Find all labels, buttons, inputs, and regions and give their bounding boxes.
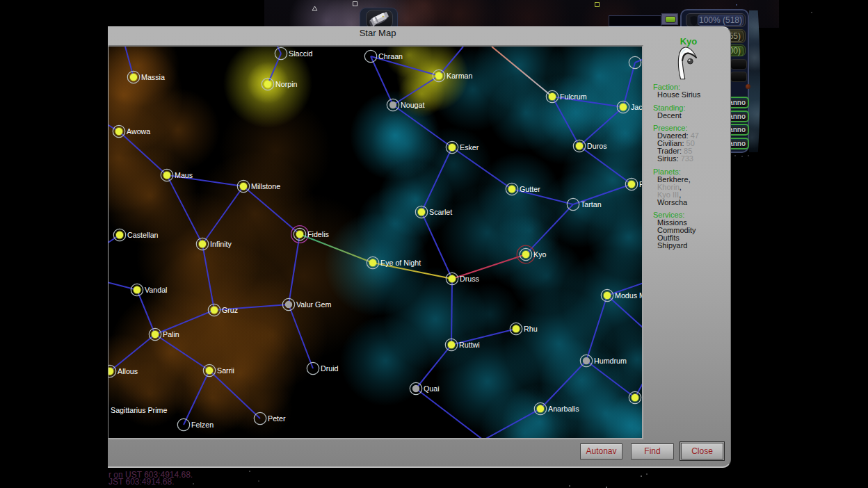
svg-text:Jack: Jack <box>631 103 642 111</box>
svg-text:Quai: Quai <box>424 384 440 393</box>
svg-text:Peter: Peter <box>268 414 286 423</box>
svg-text:Scarlet: Scarlet <box>429 208 452 216</box>
svg-text:Norpin: Norpin <box>275 80 298 88</box>
svg-text:Palin: Palin <box>163 330 179 339</box>
svg-text:Valur Gem: Valur Gem <box>296 300 331 309</box>
svg-text:Rhu: Rhu <box>524 325 538 333</box>
svg-text:Slaccid: Slaccid <box>289 49 313 58</box>
svg-text:Tartan: Tartan <box>581 200 602 209</box>
svg-text:Humdrum: Humdrum <box>594 357 627 365</box>
svg-text:Druid: Druid <box>321 364 339 373</box>
svg-text:Millstone: Millstone <box>251 182 280 190</box>
svg-text:Karman: Karman <box>447 72 472 80</box>
svg-text:Chraan: Chraan <box>378 52 403 60</box>
svg-text:Allous: Allous <box>118 367 138 375</box>
svg-text:Fidelis: Fidelis <box>307 230 329 238</box>
svg-text:Esker: Esker <box>460 143 479 152</box>
svg-text:Fulcrum: Fulcrum <box>560 92 587 101</box>
svg-text:Modus Manis: Modus Manis <box>615 291 642 300</box>
svg-text:Massia: Massia <box>141 73 165 81</box>
svg-text:Felzen: Felzen <box>191 421 214 429</box>
svg-text:Vandal: Vandal <box>145 286 167 294</box>
svg-text:Gruz: Gruz <box>222 306 238 314</box>
svg-text:Sarrii: Sarrii <box>217 366 234 375</box>
svg-text:Ruttwi: Ruttwi <box>459 341 480 349</box>
svg-text:Kyo: Kyo <box>533 250 546 259</box>
svg-text:Infinity: Infinity <box>210 240 232 248</box>
svg-text:Anarbalis: Anarbalis <box>548 405 579 413</box>
svg-text:Nougat: Nougat <box>401 101 424 109</box>
svg-text:Druss: Druss <box>460 275 479 283</box>
svg-text:Eye of Night: Eye of Night <box>380 259 421 267</box>
svg-text:Awowa: Awowa <box>127 127 150 136</box>
svg-text:Sagittarius Prime: Sagittarius Prime <box>111 406 167 414</box>
svg-text:Fidelity: Fidelity <box>639 180 642 188</box>
svg-text:Castellan: Castellan <box>127 231 159 239</box>
svg-text:Gutter: Gutter <box>520 185 540 193</box>
svg-text:Maus: Maus <box>175 171 193 179</box>
svg-text:Duros: Duros <box>587 142 607 150</box>
